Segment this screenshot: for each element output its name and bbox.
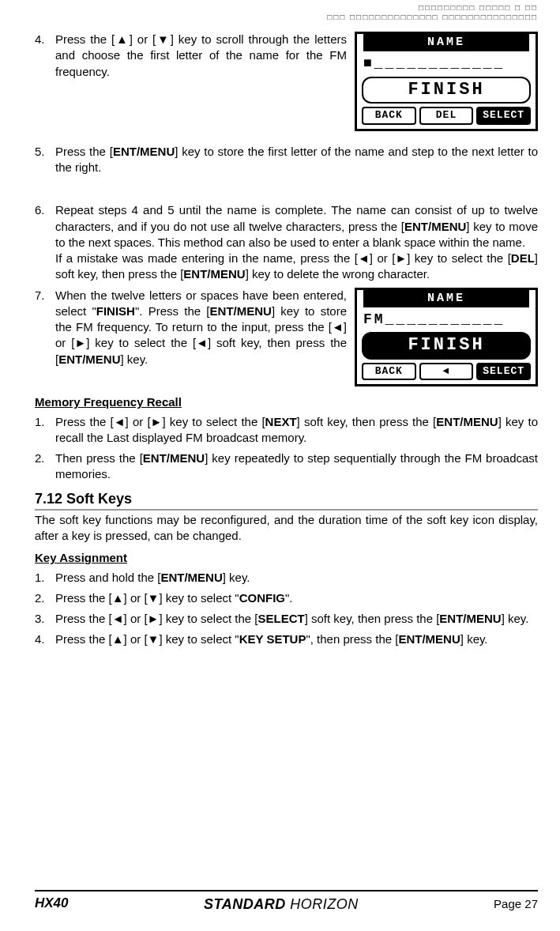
lcd-title: NAME — [363, 34, 529, 51]
lcd-name-field: FM___________ — [357, 307, 536, 329]
step-number: 4. — [35, 631, 55, 647]
step-7: 7. NAME FM___________ FINISH BACK ◄ SELE… — [35, 288, 538, 390]
up-arrow-icon: ▲ — [112, 632, 124, 646]
step-body: Press the [◄] or [►] key to select the [… — [55, 414, 538, 447]
mem-step-2: 2. Then press the [ENT/MENU] key repeate… — [35, 450, 538, 483]
ka-step-4: 4. Press the [▲] or [▼] key to select "K… — [35, 631, 538, 647]
lcd-softkey-left: ◄ — [419, 363, 474, 381]
memory-recall-list: 1. Press the [◄] or [►] key to select th… — [35, 414, 538, 483]
section-7-12-heading: 7.12 Soft Keys — [35, 489, 538, 511]
step-4: 4. NAME ■____________ FINISH BACK DEL SE… — [35, 32, 538, 134]
step-body: Press the [◄] or [►] key to select the [… — [55, 611, 538, 627]
memory-recall-heading: Memory Frequency Recall — [35, 394, 538, 410]
step-number: 1. — [35, 570, 55, 586]
step-number: 6. — [35, 202, 55, 282]
up-arrow-icon: ▲ — [115, 32, 129, 46]
lcd-softkey-select: SELECT — [476, 363, 531, 381]
left-arrow-icon: ◄ — [112, 612, 124, 625]
step-body: Press the [ENT/MENU] key to store the fi… — [55, 144, 538, 176]
brand-logo: STANDARD HORIZON — [204, 895, 359, 914]
down-arrow-icon: ▼ — [156, 32, 170, 46]
right-arrow-icon: ► — [74, 336, 86, 349]
lcd-softkey-select: SELECT — [476, 107, 531, 125]
lcd-softkey-back: BACK — [362, 107, 416, 125]
right-arrow-icon: ► — [151, 415, 163, 428]
ka-step-1: 1. Press and hold the [ENT/MENU] key. — [35, 570, 538, 586]
step-number: 1. — [35, 414, 55, 447]
section-7-12-intro: The soft key functions may be reconfigur… — [35, 512, 538, 545]
crop-marks: □□□□□□□□□ □□□□□ □ □□ □□□ □□□□□□□□□□□□□□ … — [327, 3, 538, 22]
step-number: 5. — [35, 144, 55, 176]
step-number: 2. — [35, 450, 55, 483]
lcd-softkey-back: BACK — [362, 363, 416, 381]
lcd-screenshot-1: NAME ■____________ FINISH BACK DEL SELEC… — [355, 32, 538, 131]
left-tri-icon: ◄ — [196, 336, 208, 349]
right-arrow-icon: ► — [148, 612, 160, 625]
step-body: Press the [▲] or [▼] key to select "KEY … — [55, 631, 538, 647]
step-number: 2. — [35, 590, 55, 606]
left-arrow-icon: ◄ — [332, 320, 344, 334]
step-number: 3. — [35, 611, 55, 627]
step-6: 6. Repeat steps 4 and 5 until the name i… — [35, 202, 538, 282]
model-label: HX40 — [35, 895, 69, 913]
page-footer: HX40 STANDARD HORIZON Page 27 — [35, 890, 538, 914]
lcd-title: NAME — [363, 290, 529, 307]
step-body: Then press the [ENT/MENU] key repeatedly… — [55, 450, 538, 483]
ka-step-3: 3. Press the [◄] or [►] key to select th… — [35, 611, 538, 627]
mem-step-1: 1. Press the [◄] or [►] key to select th… — [35, 414, 538, 447]
left-arrow-icon: ◄ — [358, 251, 370, 265]
lcd-finish-button: FINISH — [362, 332, 531, 360]
lcd-screenshot-2: NAME FM___________ FINISH BACK ◄ SELECT — [355, 288, 538, 387]
lcd-finish-button: FINISH — [362, 77, 531, 104]
step-5: 5. Press the [ENT/MENU] key to store the… — [35, 144, 538, 176]
down-arrow-icon: ▼ — [148, 591, 160, 605]
step-number: 7. — [35, 288, 55, 390]
step-body: Repeat steps 4 and 5 until the name is c… — [55, 202, 538, 282]
lcd-softkey-del: DEL — [419, 107, 474, 125]
step-number: 4. — [35, 32, 55, 134]
instruction-list: 4. NAME ■____________ FINISH BACK DEL SE… — [35, 32, 538, 390]
page-number: Page 27 — [494, 896, 538, 912]
step-body: Press the [▲] or [▼] key to select "CONF… — [55, 590, 538, 606]
key-assignment-list: 1. Press and hold the [ENT/MENU] key. 2.… — [35, 570, 538, 648]
up-arrow-icon: ▲ — [112, 591, 124, 605]
step-body: Press and hold the [ENT/MENU] key. — [55, 570, 538, 586]
right-arrow-icon: ► — [395, 251, 407, 265]
step-body: NAME FM___________ FINISH BACK ◄ SELECT … — [55, 288, 538, 390]
left-arrow-icon: ◄ — [114, 415, 126, 428]
step-body: NAME ■____________ FINISH BACK DEL SELEC… — [55, 32, 538, 134]
ka-step-2: 2. Press the [▲] or [▼] key to select "C… — [35, 590, 538, 606]
key-assignment-heading: Key Assignment — [35, 550, 538, 566]
down-arrow-icon: ▼ — [148, 632, 160, 646]
lcd-name-field: ■____________ — [357, 51, 536, 73]
